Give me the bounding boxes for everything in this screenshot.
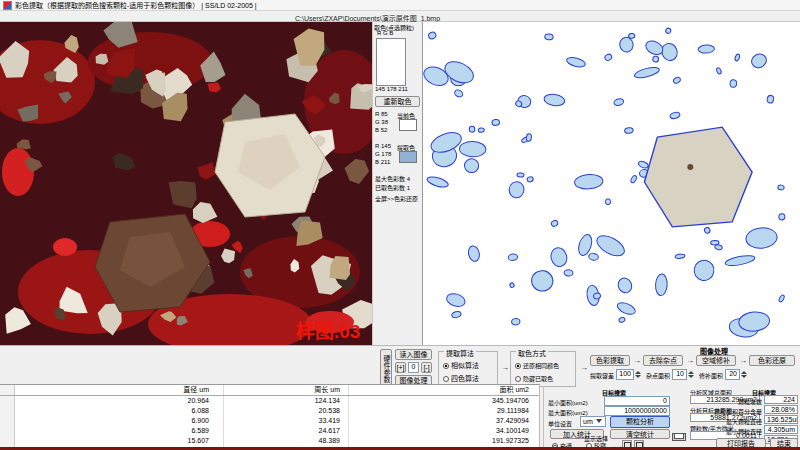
extracted-grains-image[interactable] — [422, 22, 800, 345]
dropdown-arrow-icon[interactable] — [596, 419, 602, 423]
current-g: G 38 — [375, 119, 388, 125]
min-diameter-value: 4.305um — [764, 425, 798, 434]
extract-g: G 178 — [375, 151, 391, 157]
thin-section-image[interactable]: 样图.03 — [0, 22, 372, 345]
spinner-down-icon[interactable] — [635, 375, 641, 378]
table-row[interactable]: 20.964124.134345.194706 — [0, 396, 539, 406]
radio-icon[interactable] — [443, 376, 449, 382]
app-icon — [3, 1, 12, 10]
current-color-swatch — [399, 119, 417, 131]
table-row[interactable]: 6.90033.41937.429094 — [0, 416, 539, 426]
picked-rgb-values: 145 178 211 — [375, 86, 408, 92]
printer-icon[interactable] — [672, 430, 686, 441]
fill-holes-button[interactable]: 空域修补 — [696, 355, 736, 366]
extract-color-swatch — [399, 151, 417, 163]
algo-option-similar[interactable]: 相似算法 — [443, 360, 479, 370]
hardware-params-button[interactable]: 硬件参数 — [380, 349, 392, 387]
flow-arrow: → — [739, 356, 747, 365]
patch-area-value[interactable]: 20 — [725, 369, 740, 380]
remove-noise-button[interactable]: 去除杂点 — [643, 355, 683, 366]
color-restore-button[interactable]: 色彩还原 — [749, 355, 795, 366]
max-diameter-value: 136.525um — [764, 415, 798, 424]
extract-b: B 211 — [375, 159, 390, 165]
pick-mode-group: 取色方式 还原相同颜色 隐藏已取色 — [510, 351, 576, 387]
extract-tolerance-value[interactable]: 100 — [616, 369, 634, 380]
extract-tolerance-label: 提取容差 — [590, 371, 614, 380]
current-r: R 85 — [375, 111, 388, 117]
pick-mode-title: 取色方式 — [516, 348, 548, 358]
spinner-down-icon[interactable] — [688, 375, 694, 378]
col-perimeter: 周长 um — [224, 385, 349, 395]
spinner[interactable] — [635, 369, 642, 380]
title-bar: 彩色提取（根据提取的颜色搜索颗粒-适用于彩色颗粒图像） | SS/LD 02-2… — [0, 0, 800, 11]
repick-button[interactable]: 重新取色 — [375, 96, 420, 107]
spinner[interactable] — [741, 369, 748, 380]
algo-option-fourcolor[interactable]: 四色算法 — [443, 373, 479, 383]
area-percent-value: 28.08% — [764, 405, 798, 414]
spinner-up-icon[interactable] — [741, 371, 747, 374]
picked-color-list[interactable] — [376, 38, 406, 86]
table-row[interactable]: 6.58924.61734.100149 — [0, 426, 539, 436]
min-diameter-label: 最小颗粒直径 — [714, 427, 762, 436]
fullscreen-link[interactable]: 全屏>> — [375, 194, 394, 203]
algo-group-title: 提取算法 — [444, 348, 476, 358]
algo-group: 提取算法 相似算法 四色算法 — [438, 351, 498, 387]
color-extract-button[interactable]: 色彩提取 — [590, 355, 630, 366]
area-percent-label: 颗粒面积百分含量 — [708, 407, 762, 416]
unit-combo[interactable]: um — [580, 416, 606, 427]
flow-arrow: → — [580, 363, 588, 372]
zoom-in-button[interactable]: [+] — [395, 362, 406, 373]
max-diameter-label: 最大颗粒直径 — [714, 417, 762, 426]
grain-count-value: 224 — [764, 395, 798, 404]
col-area: 面积 um2 — [349, 385, 539, 395]
rgb-header: R G B — [377, 30, 393, 36]
col-diameter: 直径 um — [15, 385, 224, 395]
flow-arrow: → — [633, 356, 641, 365]
current-b: B 52 — [375, 127, 387, 133]
min-area-value[interactable]: 0 — [604, 396, 670, 406]
spinner-up-icon[interactable] — [635, 371, 641, 374]
grain-count-label: 颗粒总数 — [726, 397, 762, 406]
spinner-up-icon[interactable] — [688, 371, 694, 374]
color-pick-panel: 取色(点选颗粒) R G B 145 178 211 重新取色 R 85 当前色… — [372, 22, 422, 345]
radio-icon[interactable] — [515, 363, 521, 369]
noise-area-label: 杂点面积 — [646, 371, 670, 380]
clear-stats-button[interactable]: 清空统计 — [610, 429, 670, 439]
load-image-button[interactable]: 读入图像 — [395, 349, 432, 360]
extract-r: R 145 — [375, 143, 391, 149]
flow-arrow: → — [501, 363, 509, 372]
table-row[interactable]: 15.60748.389191.927325 — [0, 436, 539, 446]
spinner-down-icon[interactable] — [741, 375, 747, 378]
sample-caption: 样图.03 — [296, 320, 360, 342]
path-bar: C:\Users\ZXAP\Documents\演示原件图_1.bmp — [0, 11, 800, 22]
zoom-value[interactable]: 0 — [408, 362, 419, 373]
pick-mode-restore-option[interactable]: 还原相同颜色 — [515, 361, 559, 370]
max-area-value[interactable]: 10000000000 — [604, 406, 670, 416]
patch-area-label: 修补面积 — [699, 371, 723, 380]
restore-link[interactable]: 色彩还原 — [394, 194, 418, 203]
picked-count-label: 已取色彩数 1 — [375, 183, 410, 192]
row-selector-header — [0, 385, 15, 395]
zoom-out-button[interactable]: [-] — [421, 362, 432, 373]
radio-icon[interactable] — [443, 363, 449, 369]
table-header-row: 直径 um 周长 um 面积 um2 — [0, 385, 539, 396]
table-row[interactable]: 6.08820.53829.111984 — [0, 406, 539, 416]
window-title: 彩色提取（根据提取的颜色搜索颗粒-适用于彩色颗粒图像） | SS/LD 02-2… — [15, 0, 257, 10]
measurement-table[interactable]: 直径 um 周长 um 面积 um2 20.964124.134345.1947… — [0, 384, 540, 447]
pick-mode-hide-option[interactable]: 隐藏已取色 — [515, 374, 553, 383]
unit-setting-label: 单位设置 — [548, 419, 572, 428]
max-colors-label: 最大色彩数 4 — [375, 174, 410, 183]
flow-arrow: → — [686, 356, 694, 365]
min-area-label: 最小面积(um2) — [548, 398, 588, 407]
spinner[interactable] — [688, 369, 695, 380]
radio-icon[interactable] — [515, 376, 521, 382]
analyze-grains-button[interactable]: 颗粒分析 — [610, 416, 670, 428]
noise-area-value[interactable]: 10 — [672, 369, 687, 380]
